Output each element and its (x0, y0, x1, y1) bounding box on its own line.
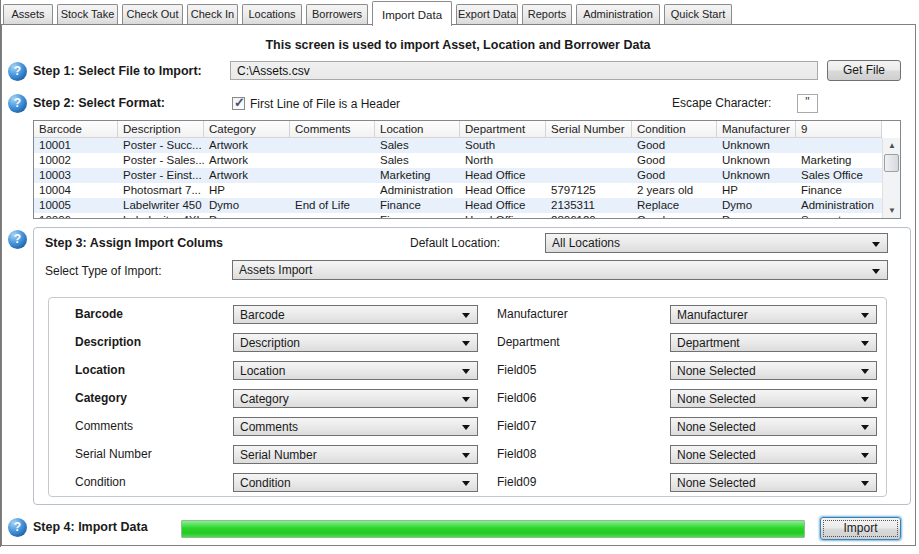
grid-cell: Good (632, 138, 717, 153)
default-location-label: Default Location: (410, 236, 500, 250)
grid-cell (546, 138, 632, 153)
scroll-up-icon[interactable]: ▲ (883, 138, 901, 154)
mapping-select-field06[interactable]: None Selected (670, 389, 877, 408)
grid-row-10001[interactable]: 10001Poster - Succ...ArtworkSalesSouthGo… (34, 138, 882, 153)
chevron-down-icon (462, 397, 470, 402)
mapping-select-location[interactable]: Location (233, 361, 478, 380)
mapping-label-field07: Field07 (497, 419, 536, 433)
mapping-select-category[interactable]: Category (233, 389, 478, 408)
grid-column-header-comments[interactable]: Comments (290, 121, 375, 138)
grid-cell: HP (717, 183, 796, 198)
default-location-select[interactable]: All Locations (545, 233, 888, 253)
mapping-select-field07[interactable]: None Selected (670, 417, 877, 436)
grid-column-header-barcode[interactable]: Barcode (34, 121, 118, 138)
type-of-import-select[interactable]: Assets Import (232, 260, 888, 280)
chevron-down-icon (462, 369, 470, 374)
grid-header-row: BarcodeDescriptionCategoryCommentsLocati… (34, 121, 882, 138)
grid-column-header-description[interactable]: Description (118, 121, 204, 138)
grid-cell: North (460, 153, 546, 168)
mapping-select-field05[interactable]: None Selected (670, 361, 877, 380)
grid-cell: Artwork (204, 138, 290, 153)
grid-row-10003[interactable]: 10003Poster - Einst...ArtworkMarketingHe… (34, 168, 882, 183)
grid-row-10004[interactable]: 10004Photosmart 7...HPAdministrationHead… (34, 183, 882, 198)
mapping-select-serial-number[interactable]: Serial Number (233, 445, 478, 464)
grid-column-header-serial-number[interactable]: Serial Number (546, 121, 632, 138)
grid-cell (546, 153, 632, 168)
grid-cell (796, 138, 882, 153)
grid-cell: Good (632, 153, 717, 168)
chevron-down-icon (872, 242, 880, 247)
mapping-select-barcode[interactable]: Barcode (233, 305, 478, 324)
grid-cell: 10003 (34, 168, 118, 183)
scroll-down-icon[interactable]: ▼ (883, 203, 901, 219)
mapping-select-condition[interactable]: Condition (233, 473, 478, 492)
grid-cell: Head Office (460, 168, 546, 183)
grid-column-header-location[interactable]: Location (375, 121, 460, 138)
grid-column-header-condition[interactable]: Condition (632, 121, 717, 138)
mapping-label-field05: Field05 (497, 363, 536, 377)
grid-column-header-manufacturer[interactable]: Manufacturer (717, 121, 796, 138)
step3-help-icon[interactable]: ? (8, 230, 27, 249)
grid-cell: Head Office (460, 213, 546, 219)
grid-column-header-department[interactable]: Department (460, 121, 546, 138)
grid-cell: Unknown (717, 168, 796, 183)
grid-cell: Artwork (204, 153, 290, 168)
grid-vertical-scrollbar[interactable]: ▲ ▼ (882, 138, 900, 219)
tab-export-data[interactable]: Export Data (456, 4, 518, 24)
mapping-select-field08[interactable]: None Selected (670, 445, 877, 464)
focus-ring (823, 520, 898, 537)
tab-reports[interactable]: Reports (522, 4, 572, 24)
grid-cell: 2806120 (546, 213, 632, 219)
tab-administration[interactable]: Administration (576, 4, 660, 24)
tab-import-data[interactable]: Import Data (372, 1, 452, 26)
grid-cell: Finance (796, 183, 882, 198)
chevron-down-icon (462, 425, 470, 430)
step3-label: Step 3: Assign Import Colums (45, 236, 223, 250)
grid-cell: 10001 (34, 138, 118, 153)
step1-help-icon[interactable]: ? (8, 62, 27, 81)
mapping-select-comments[interactable]: Comments (233, 417, 478, 436)
grid-cell: End of Life (290, 198, 375, 213)
tab-assets[interactable]: Assets (3, 4, 53, 24)
header-checkbox[interactable]: ✓ (232, 97, 245, 110)
mapping-select-description[interactable]: Description (233, 333, 478, 352)
tab-quick-start[interactable]: Quick Start (664, 4, 732, 24)
import-preview-grid: BarcodeDescriptionCategoryCommentsLocati… (33, 120, 901, 219)
tab-locations[interactable]: Locations (242, 4, 302, 24)
get-file-button[interactable]: Get File (827, 60, 901, 81)
grid-cell: Marketing (796, 153, 882, 168)
escape-character-input[interactable]: " (797, 94, 818, 113)
scrollbar-thumb[interactable] (884, 154, 899, 172)
grid-cell: 10004 (34, 183, 118, 198)
import-button[interactable]: Import (820, 517, 901, 540)
grid-row-10006[interactable]: 10006Labelwriter 4XLDymoFinanceHead Offi… (34, 213, 882, 219)
grid-cell (290, 183, 375, 198)
grid-cell: 10005 (34, 198, 118, 213)
grid-cell: 10006 (34, 213, 118, 219)
chevron-down-icon (861, 481, 869, 486)
grid-cell: Dymo (717, 213, 796, 219)
file-path-input[interactable] (230, 61, 818, 80)
step4-help-icon[interactable]: ? (8, 518, 27, 537)
mapping-select-department[interactable]: Department (670, 333, 877, 352)
mapping-label-description: Description (75, 335, 141, 349)
mapping-label-location: Location (75, 363, 125, 377)
mapping-label-field09: Field09 (497, 475, 536, 489)
grid-column-header-category[interactable]: Category (204, 121, 290, 138)
grid-cell: Finance (375, 213, 460, 219)
grid-cell (546, 168, 632, 183)
step2-help-icon[interactable]: ? (8, 94, 27, 113)
grid-row-10002[interactable]: 10002Poster - Sales...ArtworkSalesNorthG… (34, 153, 882, 168)
tab-check-out[interactable]: Check Out (122, 4, 183, 24)
tab-borrowers[interactable]: Borrowers (306, 4, 368, 24)
mapping-label-field06: Field06 (497, 391, 536, 405)
grid-column-header-9[interactable]: 9 (796, 121, 882, 138)
tab-check-in[interactable]: Check In (187, 4, 238, 24)
mapping-select-field09[interactable]: None Selected (670, 473, 877, 492)
tab-stock-take[interactable]: Stock Take (57, 4, 118, 24)
grid-row-10005[interactable]: 10005Labelwriter 450DymoEnd of LifeFinan… (34, 198, 882, 213)
grid-cell: Replace (632, 198, 717, 213)
mapping-select-manufacturer[interactable]: Manufacturer (670, 305, 877, 324)
grid-cell: HP (204, 183, 290, 198)
chevron-down-icon (462, 313, 470, 318)
